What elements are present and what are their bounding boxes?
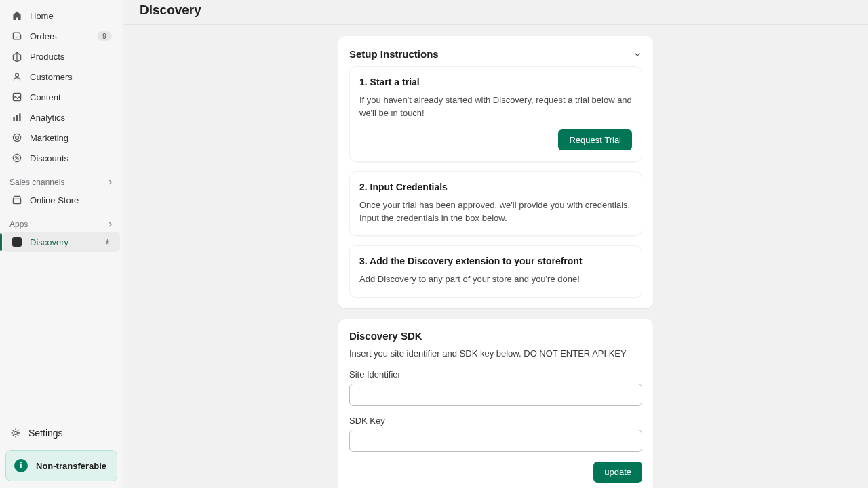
update-button[interactable]: update (593, 462, 642, 483)
nav-item-customers[interactable]: Customers (3, 66, 120, 87)
step-title: 3. Add the Discovery extension to your s… (359, 256, 632, 266)
nav-label: Customers (30, 72, 112, 82)
nav-label: Home (30, 11, 112, 21)
step-add-extension: 3. Add the Discovery extension to your s… (349, 245, 642, 298)
svg-point-10 (14, 432, 18, 435)
step-start-trial: 1. Start a trial If you haven't already … (349, 66, 642, 162)
nav-label: Discovery (30, 237, 103, 247)
step-body: Add Discovery to any part of your store … (359, 273, 632, 286)
home-icon (11, 9, 23, 22)
sidebar: Home Orders 9 Products Customers C (0, 0, 123, 488)
nav-label: Orders (30, 31, 97, 41)
step-input-credentials: 2. Input Credentials Once your trial has… (349, 171, 642, 237)
sdk-desc: Insert you site identifier and SDK key b… (349, 348, 642, 359)
setup-instructions-card: Setup Instructions 1. Start a trial If y… (338, 36, 653, 308)
step-body: If you haven't already started with Disc… (359, 94, 632, 120)
svg-point-6 (16, 136, 19, 140)
info-banner: i Non-transferable (5, 450, 117, 481)
svg-point-5 (13, 134, 20, 141)
info-icon: i (14, 459, 28, 472)
card-header[interactable]: Setup Instructions (349, 47, 642, 66)
marketing-icon (11, 131, 23, 144)
nav-item-home[interactable]: Home (3, 5, 120, 26)
section-label: Sales channels (9, 178, 64, 187)
nav-label: Discounts (30, 153, 112, 163)
store-icon (11, 194, 23, 206)
content: Setup Instructions 1. Start a trial If y… (123, 25, 868, 488)
svg-point-9 (18, 159, 19, 160)
card-title: Setup Instructions (349, 48, 439, 60)
step-body: Once your trial has been approved, we'll… (359, 199, 632, 225)
nav-item-online-store[interactable]: Online Store (3, 190, 120, 210)
nav-label: Content (30, 92, 112, 102)
nav-list: Home Orders 9 Products Customers C (0, 5, 123, 419)
site-identifier-field: Site Identifier (349, 369, 642, 406)
banner-text: Non-transferable (36, 461, 106, 471)
content-icon (11, 91, 23, 103)
page-title: Discovery (140, 3, 852, 18)
sdk-key-input[interactable] (349, 430, 642, 452)
settings-label: Settings (28, 428, 63, 439)
chevron-right-icon (106, 178, 115, 186)
nav-item-content[interactable]: Content (3, 87, 120, 107)
pin-icon[interactable] (103, 238, 112, 247)
sidebar-bottom: Settings i Non-transferable (0, 419, 123, 488)
sdk-key-label: SDK Key (349, 415, 642, 426)
svg-rect-2 (13, 117, 14, 121)
nav-item-app-discovery[interactable]: Discovery (3, 232, 120, 252)
sdk-card: Discovery SDK Insert you site identifier… (338, 319, 653, 488)
sdk-key-field: SDK Key (349, 415, 642, 452)
analytics-icon (11, 111, 23, 123)
sales-channels-header[interactable]: Sales channels (0, 168, 123, 190)
main: Discovery Setup Instructions 1. Start a … (123, 0, 868, 488)
orders-badge: 9 (97, 31, 112, 41)
nav-item-settings[interactable]: Settings (5, 423, 117, 443)
site-identifier-input[interactable] (349, 384, 642, 406)
nav-item-discounts[interactable]: Discounts (3, 148, 120, 168)
customers-icon (11, 70, 23, 83)
nav-label: Products (30, 52, 112, 62)
svg-point-0 (16, 73, 19, 77)
page-header: Discovery (123, 0, 868, 25)
request-trial-button[interactable]: Request Trial (558, 129, 632, 150)
nav-label: Analytics (30, 113, 112, 123)
step-title: 2. Input Credentials (359, 182, 632, 192)
svg-rect-3 (16, 115, 18, 121)
sdk-title: Discovery SDK (349, 330, 642, 342)
products-icon (11, 50, 23, 62)
site-identifier-label: Site Identifier (349, 369, 642, 380)
svg-rect-4 (19, 113, 20, 121)
step-title: 1. Start a trial (359, 77, 632, 87)
app-icon (11, 236, 23, 248)
nav-label: Marketing (30, 133, 112, 143)
discounts-icon (11, 152, 23, 164)
nav-item-marketing[interactable]: Marketing (3, 127, 120, 148)
gear-icon (9, 427, 22, 439)
apps-header[interactable]: Apps (0, 210, 123, 232)
chevron-right-icon (106, 220, 115, 228)
chevron-down-icon (633, 49, 642, 59)
nav-item-analytics[interactable]: Analytics (3, 107, 120, 127)
svg-point-8 (16, 157, 17, 158)
nav-label: Online Store (30, 195, 112, 205)
orders-icon (11, 30, 23, 42)
nav-item-orders[interactable]: Orders 9 (3, 26, 120, 46)
section-label: Apps (9, 220, 28, 229)
nav-item-products[interactable]: Products (3, 46, 120, 66)
